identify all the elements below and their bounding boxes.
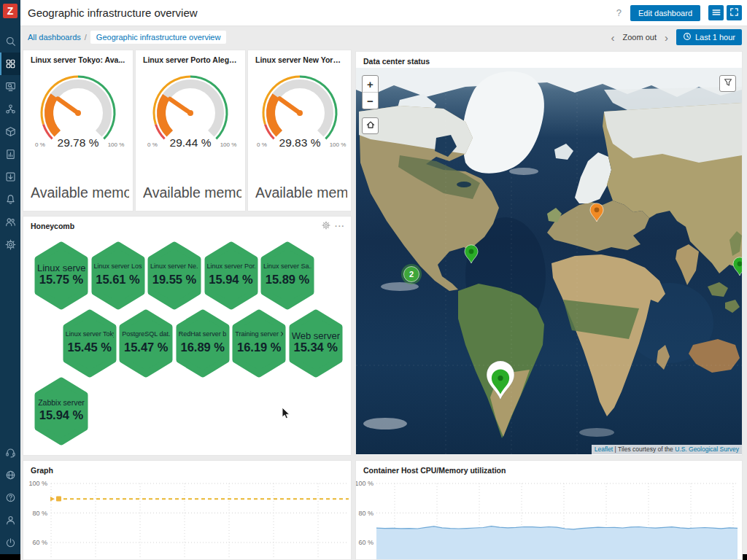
gauge-widget-title: Linux server Tokyo: Ava... bbox=[23, 50, 133, 66]
hex-value: 15.61 % bbox=[90, 273, 146, 287]
gauge-widget-3: Linux server New York: ...29.83 %0 %100 … bbox=[247, 50, 352, 211]
sidebar-item-sign-out[interactable] bbox=[0, 532, 20, 554]
sidebar: Z bbox=[0, 0, 20, 560]
honeycomb-cell[interactable]: Linux server Los...15.61 % bbox=[90, 241, 146, 310]
honeycomb-widget: Honeycomb ··· Linux server15.75 %Linux s… bbox=[23, 216, 352, 456]
edit-dashboard-button[interactable]: Edit dashboard bbox=[630, 5, 700, 21]
sidebar-item-user-profile[interactable] bbox=[0, 509, 20, 532]
svg-text:80 %: 80 % bbox=[358, 510, 374, 517]
breadcrumb-current[interactable]: Geographic infrastructure overview bbox=[90, 31, 227, 44]
page-title: Geographic infrastructure overview bbox=[28, 7, 616, 19]
world-map[interactable]: 2 + − Leaflet | Tiles courtesy of the U.… bbox=[356, 68, 742, 454]
hex-value: 16.19 % bbox=[231, 341, 287, 354]
sidebar-item-alerts[interactable] bbox=[0, 188, 20, 211]
attribution-text: | Tiles courtesy of the bbox=[613, 446, 675, 453]
inventory-icon bbox=[5, 126, 16, 137]
hex-value: 15.47 % bbox=[118, 341, 174, 354]
sidebar-item-administration[interactable] bbox=[0, 233, 20, 256]
expand-icon bbox=[729, 7, 739, 18]
hex-label: Training server XX bbox=[235, 330, 283, 338]
expand-button[interactable] bbox=[727, 5, 742, 20]
hex-value: 16.89 % bbox=[175, 341, 231, 354]
help-icon[interactable]: ? bbox=[616, 7, 622, 18]
map-home-button[interactable] bbox=[362, 117, 379, 134]
hex-label: Linux server bbox=[37, 262, 85, 273]
svg-text:60 %: 60 % bbox=[32, 539, 47, 546]
sidebar-item-integrations[interactable] bbox=[0, 464, 20, 486]
breadcrumb: All dashboards / Geographic infrastructu… bbox=[28, 31, 609, 44]
gauge-value: 29.78 % bbox=[58, 136, 99, 149]
gauge-chart: 29.78 %0 %100 % bbox=[27, 68, 129, 154]
sidebar-item-reports[interactable] bbox=[0, 143, 20, 166]
integrations-icon bbox=[5, 470, 16, 481]
subbar: All dashboards / Geographic infrastructu… bbox=[20, 26, 747, 48]
honeycomb-cell[interactable]: Linux server15.75 % bbox=[34, 241, 89, 310]
honeycomb-cell[interactable]: Linux server Ne...19.55 % bbox=[147, 241, 202, 310]
funnel-icon bbox=[723, 77, 733, 90]
sidebar-item-data-collection[interactable] bbox=[0, 166, 20, 188]
map-marker-green-cluster[interactable]: 2 bbox=[401, 264, 422, 284]
hex-label: RedHat server b... bbox=[179, 330, 227, 338]
hamburger-menu-button[interactable] bbox=[708, 5, 724, 20]
hex-value: 15.75 % bbox=[34, 273, 89, 287]
breadcrumb-separator: / bbox=[85, 33, 87, 42]
gauge-widget-2: Linux server Porto Alegr...29.44 %0 %100… bbox=[135, 50, 246, 211]
graph-widget-title: Graph bbox=[23, 461, 351, 477]
hex-value: 15.94 % bbox=[204, 273, 259, 287]
sidebar-item-help[interactable] bbox=[0, 486, 20, 509]
gauge-widget-title: Linux server New York: ... bbox=[248, 50, 351, 66]
gauge-min-label: 0 % bbox=[147, 141, 158, 148]
data-collection-icon bbox=[5, 171, 16, 182]
clock-icon bbox=[683, 32, 692, 42]
honeycomb-cells: Linux server15.75 %Linux server Los...15… bbox=[23, 217, 351, 455]
map-zoom-out-button[interactable]: − bbox=[363, 92, 378, 109]
honeycomb-cell[interactable]: Linux server Por...15.94 % bbox=[204, 241, 259, 310]
container-host-widget-title: Container Host CPU/Memory utilization bbox=[356, 461, 742, 477]
gauge-chart: 29.44 %0 %100 % bbox=[139, 68, 241, 154]
hex-label: PostgreSQL dat... bbox=[122, 330, 170, 338]
honeycomb-cell[interactable]: Web server15.34 % bbox=[288, 309, 344, 378]
time-forward-button[interactable]: › bbox=[663, 32, 670, 43]
hex-value: 15.34 % bbox=[288, 341, 344, 354]
honeycomb-cell[interactable]: Linux server Tokyo15.45 % bbox=[62, 309, 117, 378]
honeycomb-cell[interactable]: RedHat server b...16.89 % bbox=[175, 309, 231, 378]
sidebar-item-inventory[interactable] bbox=[0, 120, 20, 143]
hex-value: 15.89 % bbox=[260, 273, 315, 287]
zabbix-logo[interactable]: Z bbox=[3, 4, 18, 18]
time-back-button[interactable]: ‹ bbox=[609, 32, 616, 43]
usgs-link[interactable]: U.S. Geological Survey bbox=[675, 446, 739, 453]
profile-icon bbox=[5, 515, 16, 526]
honeycomb-cell[interactable]: Zabbix server15.94 % bbox=[34, 377, 89, 446]
hex-label: Linux server Por... bbox=[207, 262, 255, 270]
sidebar-item-search[interactable] bbox=[0, 30, 20, 52]
gauge-chart: 29.83 %0 %100 % bbox=[249, 68, 351, 154]
gauge-max-label: 100 % bbox=[108, 141, 125, 148]
time-range-button[interactable]: Last 1 hour bbox=[676, 29, 742, 45]
map-zoom-in-button[interactable]: + bbox=[363, 76, 378, 92]
svg-text:60 %: 60 % bbox=[358, 539, 374, 546]
signout-icon bbox=[5, 537, 16, 548]
container-host-widget: 100 %80 %60 % Container Host CPU/Memory … bbox=[355, 460, 743, 560]
sidebar-item-monitoring[interactable] bbox=[0, 75, 20, 98]
map-zoom-control: + − bbox=[362, 75, 379, 109]
zoom-out-button[interactable]: Zoom out bbox=[622, 33, 656, 42]
gauge-max-label: 100 % bbox=[220, 141, 237, 148]
map-filter-button[interactable] bbox=[719, 75, 736, 92]
dashboards-icon bbox=[5, 58, 16, 69]
sidebar-item-users[interactable] bbox=[0, 211, 20, 233]
honeycomb-cell[interactable]: PostgreSQL dat...15.47 % bbox=[118, 309, 174, 378]
leaflet-link[interactable]: Leaflet bbox=[595, 446, 614, 453]
support-icon bbox=[5, 447, 16, 458]
sidebar-item-dashboards[interactable] bbox=[0, 52, 20, 75]
hex-label: Linux server Tokyo bbox=[66, 330, 114, 338]
monitoring-icon bbox=[5, 81, 16, 92]
map-widget-title: Data center status bbox=[356, 52, 742, 68]
gauge-max-label: 100 % bbox=[329, 141, 346, 148]
sidebar-item-services[interactable] bbox=[0, 98, 20, 120]
honeycomb-cell[interactable]: Linux server Sa...15.89 % bbox=[260, 241, 315, 310]
alerts-icon bbox=[5, 194, 16, 205]
breadcrumb-all-dashboards[interactable]: All dashboards bbox=[28, 33, 81, 42]
hex-value: 15.94 % bbox=[34, 408, 89, 422]
sidebar-item-support[interactable] bbox=[0, 441, 20, 464]
honeycomb-cell[interactable]: Training server XX16.19 % bbox=[231, 309, 287, 378]
